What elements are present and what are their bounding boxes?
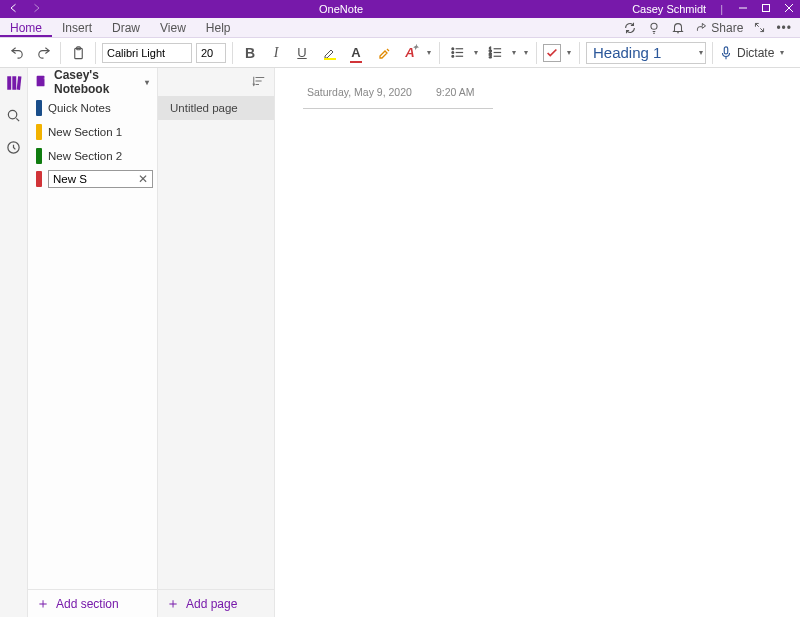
svg-rect-25 — [724, 46, 728, 53]
page-header: Saturday, May 9, 2020 9:20 AM — [303, 86, 493, 109]
clipboard-button[interactable] — [67, 42, 89, 64]
add-page-label: Add page — [186, 597, 237, 611]
notebooks-icon[interactable] — [5, 74, 23, 92]
plus-icon: ＋ — [166, 595, 180, 613]
title-bar: OneNote Casey Schmidt | — [0, 0, 800, 18]
font-name-input[interactable] — [102, 43, 192, 63]
app-title: OneNote — [50, 3, 632, 15]
svg-point-30 — [8, 110, 16, 118]
section-label: New Section 2 — [48, 150, 122, 162]
divider — [60, 42, 61, 64]
divider — [712, 42, 713, 64]
clear-formatting-button[interactable] — [373, 42, 395, 64]
sections-panel: Casey's Notebook ▾ Quick NotesNew Sectio… — [28, 68, 158, 617]
tab-draw[interactable]: Draw — [102, 19, 150, 37]
divider — [536, 42, 537, 64]
notebook-icon — [34, 74, 48, 91]
chevron-down-icon[interactable]: ▾ — [472, 48, 480, 57]
highlight-button[interactable] — [319, 42, 341, 64]
tab-view[interactable]: View — [150, 19, 196, 37]
sort-icon[interactable] — [252, 74, 266, 91]
page-item[interactable]: Untitled page — [158, 96, 274, 120]
chevron-down-icon: ▾ — [778, 48, 786, 57]
style-name: Heading 1 — [587, 44, 697, 61]
tab-help[interactable]: Help — [196, 19, 241, 37]
forward-icon[interactable] — [30, 2, 42, 16]
number-list-button[interactable]: 123 — [484, 42, 506, 64]
recent-icon[interactable] — [5, 138, 23, 156]
dictate-button[interactable]: Dictate ▾ — [719, 45, 786, 61]
search-icon[interactable] — [5, 106, 23, 124]
undo-button[interactable] — [6, 42, 28, 64]
tab-insert[interactable]: Insert — [52, 19, 102, 37]
section-item[interactable]: New Section 1 — [28, 120, 157, 144]
svg-point-14 — [451, 52, 453, 54]
bell-icon[interactable] — [671, 21, 685, 35]
page-date: Saturday, May 9, 2020 — [307, 86, 412, 98]
fullscreen-icon[interactable] — [753, 21, 766, 34]
divider — [579, 42, 580, 64]
more-icon[interactable]: ••• — [776, 21, 792, 35]
svg-rect-1 — [762, 5, 769, 12]
svg-rect-12 — [324, 58, 336, 60]
styles-dropdown[interactable]: Heading 1 ▾ — [586, 42, 706, 64]
underline-button[interactable]: U — [291, 42, 313, 64]
chevron-down-icon[interactable]: ▾ — [565, 48, 573, 57]
nav-rail — [0, 68, 28, 617]
svg-rect-28 — [12, 76, 16, 90]
clear-icon[interactable]: ✕ — [134, 172, 152, 186]
bullet-list-button[interactable] — [446, 42, 468, 64]
bold-button[interactable]: B — [239, 42, 261, 64]
svg-point-15 — [451, 55, 453, 57]
section-name-input[interactable] — [49, 171, 134, 187]
ribbon-home: B I U A A✦ ▾ ▾ 123 ▾ ▾ ▾ Heading 1 ▾ Dic… — [0, 38, 800, 68]
lightbulb-icon[interactable] — [647, 21, 661, 35]
page-canvas[interactable]: Saturday, May 9, 2020 9:20 AM — [275, 68, 800, 617]
divider — [95, 42, 96, 64]
section-color-icon — [36, 100, 42, 116]
maximize-button[interactable] — [754, 3, 777, 15]
plus-icon: ＋ — [36, 595, 50, 613]
font-color-button[interactable]: A — [345, 42, 367, 64]
separator: | — [712, 3, 731, 15]
share-button[interactable]: Share — [695, 21, 743, 35]
svg-point-13 — [451, 48, 453, 50]
section-label: New Section 1 — [48, 126, 122, 138]
add-section-label: Add section — [56, 597, 119, 611]
section-item[interactable]: Quick Notes — [28, 96, 157, 120]
back-icon[interactable] — [8, 2, 20, 16]
chevron-down-icon: ▾ — [143, 78, 151, 87]
chevron-down-icon[interactable]: ▾ — [522, 48, 530, 57]
section-item-editing[interactable]: ✕ — [28, 168, 157, 190]
font-size-input[interactable] — [196, 43, 226, 63]
divider — [439, 42, 440, 64]
sync-icon[interactable] — [623, 21, 637, 35]
italic-button[interactable]: I — [265, 42, 287, 64]
todo-tag-button[interactable] — [543, 44, 561, 62]
notebook-name: Casey's Notebook — [54, 68, 137, 96]
section-label: Quick Notes — [48, 102, 111, 114]
svg-rect-34 — [44, 77, 46, 79]
minimize-button[interactable] — [731, 3, 754, 15]
svg-rect-33 — [37, 75, 45, 86]
svg-rect-29 — [16, 76, 21, 90]
tab-home[interactable]: Home — [0, 19, 52, 37]
user-name[interactable]: Casey Schmidt — [632, 3, 712, 15]
svg-text:3: 3 — [488, 54, 491, 59]
divider — [232, 42, 233, 64]
page-time: 9:20 AM — [436, 86, 475, 98]
format-painter-button[interactable]: A✦ — [399, 42, 421, 64]
svg-line-31 — [16, 118, 19, 121]
chevron-down-icon[interactable]: ▾ — [510, 48, 518, 57]
close-button[interactable] — [777, 3, 800, 15]
section-item[interactable]: New Section 2 — [28, 144, 157, 168]
ribbon-tabs: HomeInsertDrawViewHelp Share ••• — [0, 18, 800, 38]
svg-point-4 — [651, 23, 657, 29]
notebook-picker[interactable]: Casey's Notebook ▾ — [28, 68, 157, 96]
add-section-button[interactable]: ＋ Add section — [28, 589, 157, 617]
section-color-icon — [36, 124, 42, 140]
add-page-button[interactable]: ＋ Add page — [158, 589, 274, 617]
pages-panel: Untitled page ＋ Add page — [158, 68, 275, 617]
chevron-down-icon[interactable]: ▾ — [425, 48, 433, 57]
redo-button[interactable] — [32, 42, 54, 64]
